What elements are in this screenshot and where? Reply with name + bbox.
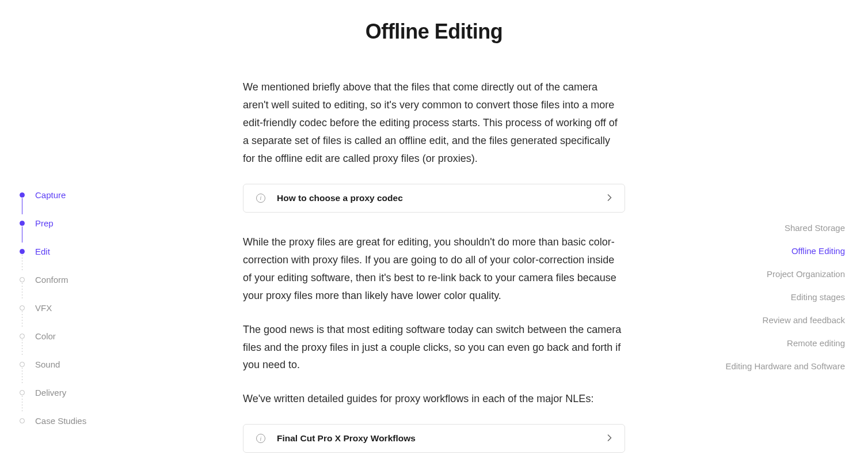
step-connector [22,226,22,243]
left-stepper-nav: CapturePrepEditConformVFXColorSoundDeliv… [20,181,123,435]
left-nav-item-edit[interactable]: Edit [20,237,123,266]
step-dot-icon [20,249,25,254]
body-paragraph-4: We've written detailed guides for proxy … [243,390,625,408]
chevron-right-icon [607,433,612,444]
right-nav-item-editing-stages[interactable]: Editing stages [713,293,845,301]
step-dot-icon [20,418,25,423]
article-main: Offline Editing We mentioned briefly abo… [243,20,625,453]
left-nav-item-vfx[interactable]: VFX [20,294,123,322]
step-connector [22,396,22,412]
left-nav-label: Conform [35,275,68,285]
step-dot-icon [20,390,25,395]
left-nav-label: Color [35,331,56,341]
left-nav-item-sound[interactable]: Sound [20,350,123,378]
left-nav-item-case-studies[interactable]: Case Studies [20,407,123,435]
step-connector [22,255,22,271]
right-section-nav: Shared StorageOffline EditingProject Org… [713,224,845,385]
info-icon: i [256,194,265,203]
left-nav-label: Edit [35,247,50,256]
body-paragraph-3: The good news is that most editing softw… [243,321,625,374]
page-title: Offline Editing [243,20,625,44]
right-nav-item-editing-hardware-and-software[interactable]: Editing Hardware and Software [713,362,845,370]
step-dot-icon [20,305,25,311]
left-nav-label: Delivery [35,388,66,398]
body-paragraph-2: While the proxy files are great for edit… [243,233,625,305]
expand-fcpx-proxy[interactable]: i Final Cut Pro X Proxy Workflows [243,424,625,453]
left-nav-item-conform[interactable]: Conform [20,266,123,294]
info-icon: i [256,434,265,443]
right-nav-item-offline-editing[interactable]: Offline Editing [713,247,845,255]
left-nav-item-capture[interactable]: Capture [20,181,123,209]
left-nav-label: Case Studies [35,416,86,426]
right-nav-item-remote-editing[interactable]: Remote editing [713,339,845,347]
left-nav-label: Capture [35,190,66,200]
right-nav-item-review-and-feedback[interactable]: Review and feedback [713,316,845,324]
step-dot-icon [20,334,25,339]
expand-proxy-codec[interactable]: i How to choose a proxy codec [243,184,625,213]
step-connector [22,283,22,299]
left-nav-item-color[interactable]: Color [20,322,123,350]
expand-label: How to choose a proxy codec [277,193,596,203]
left-nav-label: VFX [35,303,52,313]
intro-paragraph-1: We mentioned briefly above that the file… [243,78,625,168]
step-connector [22,311,22,327]
step-connector [22,339,22,355]
step-dot-icon [20,221,25,226]
left-nav-label: Prep [35,218,54,228]
right-nav-item-project-organization[interactable]: Project Organization [713,270,845,278]
step-connector [22,368,22,384]
right-nav-item-shared-storage[interactable]: Shared Storage [713,224,845,232]
left-nav-item-delivery[interactable]: Delivery [20,378,123,407]
step-dot-icon [20,277,25,282]
left-nav-item-prep[interactable]: Prep [20,209,123,237]
left-nav-label: Sound [35,359,60,369]
chevron-right-icon [607,193,612,203]
step-connector [22,198,22,214]
step-dot-icon [20,362,25,367]
expand-label: Final Cut Pro X Proxy Workflows [277,433,596,444]
step-dot-icon [20,192,25,198]
